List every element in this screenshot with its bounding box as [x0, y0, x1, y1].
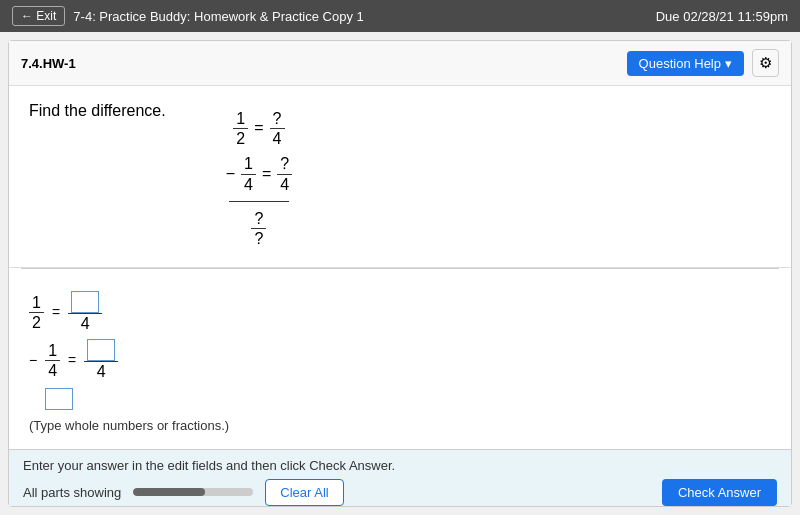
answer-input-row1-num[interactable] — [71, 291, 99, 313]
input-row-1: 1 2 = 4 — [29, 291, 771, 333]
progress-bar-container — [133, 488, 253, 496]
top-bar: ← Exit 7-4: Practice Buddy: Homework & P… — [0, 0, 800, 32]
type-note: (Type whole numbers or fractions.) — [29, 418, 771, 433]
question-header: 7.4.HW-1 Question Help ▾ ⚙ — [9, 41, 791, 86]
equals-2: = — [262, 163, 271, 185]
problem-display: Find the difference. 1 2 = ? 4 — [9, 86, 791, 268]
content-area: Find the difference. 1 2 = ? 4 — [9, 86, 791, 506]
input-eq-1: = — [52, 304, 60, 320]
assignment-title: 7-4: Practice Buddy: Homework & Practice… — [73, 9, 363, 24]
find-diff-label: Find the difference. — [29, 102, 166, 119]
horiz-line — [229, 201, 289, 202]
input-row-result — [45, 388, 771, 410]
gear-icon: ⚙ — [759, 54, 772, 71]
input-frac-1-4: 1 4 — [45, 341, 60, 380]
fraction-result: ? ? — [251, 209, 266, 248]
header-right: Question Help ▾ ⚙ — [627, 49, 779, 77]
math-row-1: 1 2 = ? 4 — [233, 109, 284, 148]
input-frac-1-2: 1 2 — [29, 293, 44, 332]
input-area: 1 2 = 4 − 1 4 = — [9, 269, 791, 448]
fraction-1-4: 1 4 — [241, 154, 256, 193]
input-eq-2: = — [68, 352, 76, 368]
due-date: Due 02/28/21 11:59pm — [656, 9, 788, 24]
equals-1: = — [254, 117, 263, 139]
math-row-result: ? ? — [251, 209, 266, 248]
help-dropdown-arrow: ▾ — [725, 56, 732, 71]
math-problem: 1 2 = ? 4 − 1 4 = — [226, 106, 293, 251]
fraction-q2-4: ? 4 — [277, 154, 292, 193]
instruction-text: Find the difference. — [29, 102, 166, 251]
input-minus: − — [29, 352, 37, 368]
input-box-row1: 4 — [68, 291, 102, 333]
top-bar-left: ← Exit 7-4: Practice Buddy: Homework & P… — [12, 6, 364, 26]
footer-instruction: Enter your answer in the edit fields and… — [23, 458, 777, 473]
answer-input-result[interactable] — [45, 388, 73, 410]
question-help-label: Question Help — [639, 56, 721, 71]
check-answer-button[interactable]: Check Answer — [662, 479, 777, 506]
progress-bar-fill — [133, 488, 205, 496]
question-id: 7.4.HW-1 — [21, 56, 76, 71]
fraction-q1-4: ? 4 — [270, 109, 285, 148]
footer-controls: All parts showing Clear All Check Answer — [23, 479, 777, 506]
input-row-2: − 1 4 = 4 — [29, 339, 771, 381]
answer-input-row2-num[interactable] — [87, 339, 115, 361]
answer-footer: Enter your answer in the edit fields and… — [9, 449, 791, 507]
main-container: 7.4.HW-1 Question Help ▾ ⚙ Find the diff… — [8, 40, 792, 507]
fraction-1-2: 1 2 — [233, 109, 248, 148]
minus-sign: − — [226, 163, 235, 185]
question-help-button[interactable]: Question Help ▾ — [627, 51, 744, 76]
all-parts-label: All parts showing — [23, 485, 121, 500]
math-row-2: − 1 4 = ? 4 — [226, 154, 293, 193]
settings-button[interactable]: ⚙ — [752, 49, 779, 77]
exit-button[interactable]: ← Exit — [12, 6, 65, 26]
clear-all-button[interactable]: Clear All — [265, 479, 343, 506]
input-box-row2: 4 — [84, 339, 118, 381]
